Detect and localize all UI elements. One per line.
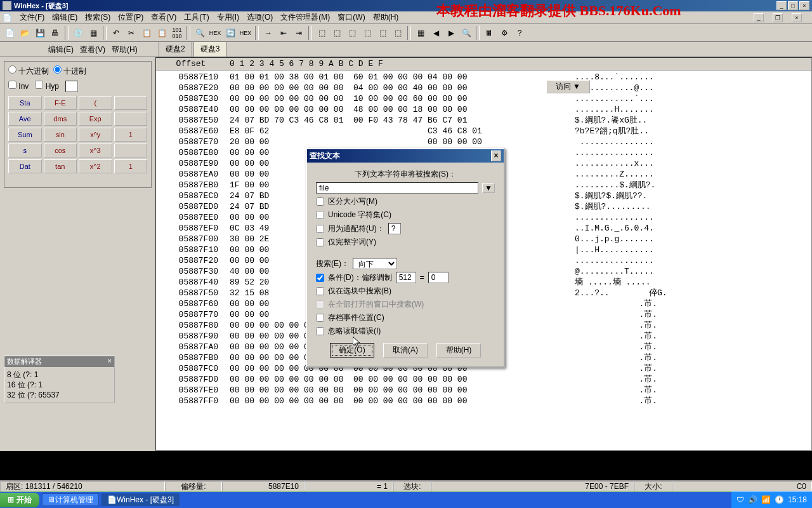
hex-row[interactable]: 05887E7020 00 00 00 00 00 00 ...........… — [156, 137, 811, 147]
start-button[interactable]: ⊞开始 — [0, 493, 39, 507]
tb-x3[interactable]: ⬚ — [345, 26, 359, 40]
calc-btn-s[interactable]: s — [8, 144, 42, 157]
menu-special[interactable]: 专用(I) — [217, 12, 239, 23]
tb-findhex[interactable]: HEX — [208, 26, 222, 40]
tb-nav1[interactable]: ▦ — [414, 26, 428, 40]
tb-first[interactable]: ◀ — [429, 26, 443, 40]
calc-btn-([interactable]: ( — [79, 96, 112, 110]
calc-btn-1[interactable]: 1 — [114, 128, 148, 142]
remainder-input[interactable] — [428, 272, 449, 283]
tb-paste[interactable]: 📋 — [155, 26, 169, 40]
tb-x1[interactable]: ⬚ — [315, 26, 329, 40]
search-text-input[interactable] — [316, 182, 478, 194]
tb-disk[interactable]: 💿 — [71, 26, 85, 40]
tb-x5[interactable]: ⬚ — [376, 26, 390, 40]
menu-help[interactable]: 帮助(H) — [373, 12, 399, 23]
tb-last[interactable]: ▶ — [444, 26, 458, 40]
minimize-button[interactable]: _ — [776, 1, 787, 10]
tb-x4[interactable]: ⬚ — [360, 26, 374, 40]
tb-x6[interactable]: ⬚ — [391, 26, 405, 40]
calc-display[interactable] — [65, 81, 78, 92]
calc-btn-blank[interactable] — [114, 112, 148, 126]
tray-icon[interactable]: 🛡 — [737, 495, 744, 504]
calc-btn-1[interactable]: 1 — [114, 159, 148, 173]
help-button[interactable]: 帮助(H) — [436, 343, 481, 358]
calc-btn-Sta[interactable]: Sta — [8, 96, 42, 110]
menu-tools[interactable]: 工具(T) — [184, 12, 209, 23]
maximize-button[interactable]: □ — [788, 1, 798, 10]
tb-help[interactable]: ? — [513, 26, 527, 40]
tb-back[interactable]: ⇤ — [277, 26, 291, 40]
close-button[interactable]: × — [799, 1, 809, 10]
tb-101[interactable]: 101010 — [170, 26, 184, 40]
calc-btn-blank[interactable] — [114, 96, 148, 110]
menu-filemgr[interactable]: 文件管理器(M) — [280, 12, 330, 23]
tab-disk3[interactable]: 硬盘3 — [193, 41, 227, 57]
chk-whole-word[interactable] — [316, 238, 324, 246]
hex-row[interactable]: 05887E3000 00 00 00 00 00 00 00 10 00 00… — [156, 93, 811, 104]
tb-x2[interactable]: ⬚ — [330, 26, 344, 40]
hex-row[interactable]: 05887FD000 00 00 00 00 00 00 00 00 00 00… — [156, 374, 811, 385]
tray-icon[interactable]: 🔊 — [748, 495, 757, 504]
modulo-input[interactable] — [396, 272, 416, 283]
calc-btn-sin[interactable]: sin — [44, 128, 77, 142]
dialog-close-button[interactable]: × — [491, 150, 501, 161]
menu-options[interactable]: 选项(O) — [247, 12, 273, 23]
hex-row[interactable]: 05887FE000 00 00 00 00 00 00 00 00 00 00… — [156, 385, 811, 396]
taskbar-item-winhex[interactable]: 📄 WinHex - [硬盘3] — [102, 493, 180, 506]
tb-cut[interactable]: ✂ — [124, 26, 138, 40]
tb-copy[interactable]: 📋 — [140, 26, 154, 40]
direction-select[interactable]: 向下 — [353, 258, 397, 269]
tb-findnext[interactable]: 🔍 — [459, 26, 473, 40]
tb-print[interactable]: 🖶 — [48, 26, 62, 40]
menu-position[interactable]: 位置(P) — [118, 12, 143, 23]
tb-undo[interactable]: ↶ — [109, 26, 123, 40]
menu-edit[interactable]: 编辑(E) — [52, 12, 77, 23]
tb-opts[interactable]: ⚙ — [497, 26, 511, 40]
menu-view[interactable]: 查看(V) — [151, 12, 176, 23]
chk-case[interactable] — [316, 197, 324, 206]
calc-btn-blank[interactable] — [114, 144, 148, 157]
hex-row[interactable]: 05887E2000 00 00 00 00 00 00 00 04 00 00… — [156, 83, 811, 93]
radio-dec[interactable]: 十进制 — [53, 67, 86, 76]
access-dropdown[interactable]: 访问 ▼ — [546, 80, 590, 93]
calc-btn-x^2[interactable]: x^2 — [79, 159, 112, 173]
calc-btn-Exp[interactable]: Exp — [79, 112, 112, 126]
radio-hex[interactable]: 十六进制 — [8, 67, 49, 76]
calc-btn-Sum[interactable]: Sum — [8, 128, 42, 142]
chk-archive[interactable] — [316, 314, 324, 322]
tb-ram[interactable]: ▦ — [86, 26, 100, 40]
menu-search[interactable]: 搜索(S) — [85, 12, 110, 23]
menu-window[interactable]: 窗口(W) — [337, 12, 365, 23]
hex-row[interactable]: 05887E1001 00 01 00 38 00 01 00 60 01 00… — [156, 72, 811, 83]
chk-ignore-errors[interactable] — [316, 327, 324, 335]
hex-row[interactable]: 05887E5024 07 BD 70 C3 46 C8 01 00 F0 43… — [156, 115, 811, 126]
tb-calc[interactable]: 🖩 — [482, 26, 496, 40]
calc-btn-dms[interactable]: dms — [44, 112, 77, 126]
chk-block-only[interactable] — [316, 287, 324, 295]
tray-icon[interactable]: 🕐 — [775, 495, 784, 504]
taskbar-item-compmgmt[interactable]: 🖥 计算机管理 — [42, 493, 99, 506]
calc-btn-F-E[interactable]: F-E — [44, 96, 77, 110]
tb-find[interactable]: 🔍 — [193, 26, 207, 40]
hex-row[interactable]: 05887E60E8 0F 62 C3 46 C8 01?b?E?翖;q肌?肚.… — [156, 126, 811, 137]
calc-btn-Dat[interactable]: Dat — [8, 159, 42, 173]
interpreter-close-icon[interactable]: × — [108, 357, 112, 366]
hex-row[interactable]: 05887E4000 00 00 00 00 00 00 00 48 00 00… — [156, 104, 811, 115]
tb-goto[interactable]: → — [261, 26, 275, 40]
tb-new[interactable]: 📄 — [3, 26, 16, 40]
sub-edit[interactable]: 编辑(E) — [48, 45, 74, 54]
mdi-close[interactable]: × — [792, 13, 802, 22]
mdi-minimize[interactable]: _ — [754, 13, 764, 22]
tb-replhex[interactable]: HEX — [239, 26, 252, 40]
search-dropdown-icon[interactable]: ▼ — [482, 183, 495, 193]
wildcard-input[interactable] — [388, 223, 401, 234]
calc-btn-x^y[interactable]: x^y — [79, 128, 112, 142]
tb-fwd[interactable]: ⇥ — [292, 26, 306, 40]
tb-open[interactable]: 📂 — [18, 26, 32, 40]
sub-help[interactable]: 帮助(H) — [112, 45, 138, 54]
tb-save[interactable]: 💾 — [33, 26, 47, 40]
calc-btn-cos[interactable]: cos — [44, 144, 77, 157]
calc-btn-x^3[interactable]: x^3 — [79, 144, 112, 157]
mdi-restore[interactable]: ❐ — [773, 13, 783, 22]
